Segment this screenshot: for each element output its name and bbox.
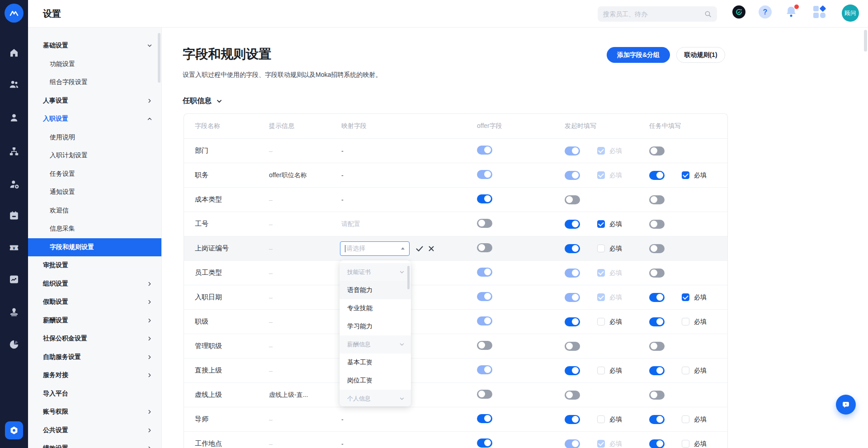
task-toggle[interactable] <box>649 391 665 400</box>
settings-icon[interactable] <box>5 421 23 439</box>
task-toggle[interactable] <box>649 171 665 180</box>
initiate-toggle[interactable] <box>565 391 580 400</box>
initiate-toggle[interactable] <box>565 415 580 424</box>
time-pie-icon[interactable] <box>9 339 19 350</box>
task-required-checkbox[interactable] <box>682 367 689 374</box>
initiate-required-checkbox[interactable] <box>597 440 605 448</box>
help-icon[interactable]: ? <box>759 5 772 19</box>
apps-grid-icon[interactable] <box>813 6 826 19</box>
calendar-icon[interactable] <box>9 210 19 221</box>
offer-toggle[interactable] <box>477 390 492 399</box>
initiate-toggle[interactable] <box>565 195 580 204</box>
sidebar-item-入职设置[interactable]: 入职设置 <box>28 110 161 128</box>
initiate-toggle[interactable] <box>565 244 580 253</box>
task-toggle[interactable] <box>649 220 665 229</box>
cancel-icon[interactable] <box>428 245 434 252</box>
initiate-toggle[interactable] <box>565 366 580 375</box>
sidebar-item-账号权限[interactable]: 账号权限 <box>28 403 161 421</box>
offer-toggle[interactable] <box>477 341 492 350</box>
task-toggle[interactable] <box>649 366 665 375</box>
dropdown-option[interactable]: 学习能力 <box>340 317 411 335</box>
dropdown-group[interactable]: 技能证书 <box>340 263 411 281</box>
sidebar-item-薪酬设置[interactable]: 薪酬设置 <box>28 311 161 330</box>
sidebar-item-通知设置[interactable]: 通知设置 <box>28 183 161 202</box>
confirm-icon[interactable] <box>415 245 424 252</box>
task-required-checkbox[interactable] <box>682 318 689 325</box>
task-toggle[interactable] <box>649 269 665 278</box>
initiate-required-checkbox[interactable] <box>597 147 605 155</box>
section-header[interactable]: 任职信息 <box>183 96 222 106</box>
sidebar-item-社保公积金设置[interactable]: 社保公积金设置 <box>28 330 161 348</box>
user-avatar[interactable]: 顾问 <box>842 5 859 22</box>
mapping-select[interactable]: 请选择 <box>340 241 410 256</box>
task-toggle[interactable] <box>649 195 665 204</box>
task-toggle[interactable] <box>649 439 665 448</box>
task-required-checkbox[interactable] <box>682 293 689 301</box>
offer-toggle[interactable] <box>477 414 492 423</box>
offer-toggle[interactable] <box>477 365 492 374</box>
org-chart-icon[interactable] <box>9 146 19 157</box>
search-input[interactable] <box>603 10 704 18</box>
dropdown-option[interactable]: 专业技能 <box>340 299 411 317</box>
sidebar-item-使用说明[interactable]: 使用说明 <box>28 128 161 147</box>
global-search[interactable] <box>598 6 717 22</box>
salary-icon[interactable]: ¥ <box>9 242 19 253</box>
sidebar-item-组合字段设置[interactable]: 组合字段设置 <box>28 73 161 92</box>
add-field-group-button[interactable]: 添加字段&分组 <box>607 47 670 63</box>
people-icon[interactable] <box>9 79 19 90</box>
moka-logo[interactable] <box>5 4 24 23</box>
sidebar-item-自助服务设置[interactable]: 自助服务设置 <box>28 348 161 367</box>
sidebar-item-信息采集[interactable]: 信息采集 <box>28 220 161 238</box>
sidebar-item-基础设置[interactable]: 基础设置 <box>28 37 161 55</box>
initiate-toggle[interactable] <box>565 171 580 180</box>
dropdown-option[interactable]: 基本工资 <box>340 354 411 372</box>
person-icon[interactable] <box>9 112 19 123</box>
sidebar-item-入职计划设置[interactable]: 入职计划设置 <box>28 146 161 165</box>
offer-toggle[interactable] <box>477 194 492 203</box>
sidebar-item-导入平台[interactable]: 导入平台 <box>28 385 161 403</box>
initiate-required-checkbox[interactable] <box>597 220 605 228</box>
task-required-checkbox[interactable] <box>682 171 689 179</box>
ai-assistant-icon[interactable] <box>732 5 745 19</box>
initiate-toggle[interactable] <box>565 439 580 448</box>
sidebar-item-功能设置[interactable]: 功能设置 <box>28 55 161 74</box>
sidebar-item-绩效设置[interactable]: 绩效设置 <box>28 439 161 448</box>
initiate-required-checkbox[interactable] <box>597 293 605 301</box>
initiate-required-checkbox[interactable] <box>597 415 605 423</box>
person-add-icon[interactable] <box>9 179 19 189</box>
initiate-required-checkbox[interactable] <box>597 367 605 374</box>
offer-toggle[interactable] <box>477 219 492 228</box>
sidebar-item-字段和规则设置[interactable]: 字段和规则设置 <box>28 238 161 257</box>
offer-toggle[interactable] <box>477 146 492 155</box>
task-required-checkbox[interactable] <box>682 440 689 448</box>
task-toggle[interactable] <box>649 293 665 302</box>
task-toggle[interactable] <box>649 317 665 326</box>
search-icon[interactable] <box>704 10 712 18</box>
dropdown-option[interactable]: 语音能力 <box>340 281 411 299</box>
sidebar-item-任务设置[interactable]: 任务设置 <box>28 165 161 184</box>
offer-toggle[interactable] <box>477 316 492 325</box>
stamp-icon[interactable] <box>9 307 19 317</box>
sidebar-item-人事设置[interactable]: 人事设置 <box>28 92 161 110</box>
initiate-toggle[interactable] <box>565 293 580 302</box>
initiate-toggle[interactable] <box>565 146 580 156</box>
task-toggle[interactable] <box>649 146 665 156</box>
initiate-required-checkbox[interactable] <box>597 171 605 179</box>
offer-toggle[interactable] <box>477 439 492 448</box>
sidebar-item-假勤设置[interactable]: 假勤设置 <box>28 293 161 311</box>
home-icon[interactable] <box>9 47 19 58</box>
task-required-checkbox[interactable] <box>682 415 689 423</box>
sidebar-item-欢迎信[interactable]: 欢迎信 <box>28 202 161 220</box>
sidebar-item-审批设置[interactable]: 审批设置 <box>28 256 161 275</box>
report-icon[interactable] <box>9 274 19 285</box>
dropdown-scrollbar[interactable] <box>407 266 410 289</box>
offer-toggle[interactable] <box>477 170 492 179</box>
offer-toggle[interactable] <box>477 292 492 301</box>
sidebar-scrollbar[interactable] <box>158 33 160 83</box>
linkage-rules-button[interactable]: 联动规则(1) <box>676 47 725 63</box>
task-toggle[interactable] <box>649 244 665 253</box>
sidebar-item-服务对接[interactable]: 服务对接 <box>28 366 161 385</box>
initiate-required-checkbox[interactable] <box>597 245 605 252</box>
offer-toggle[interactable] <box>477 243 492 252</box>
initiate-toggle[interactable] <box>565 220 580 229</box>
